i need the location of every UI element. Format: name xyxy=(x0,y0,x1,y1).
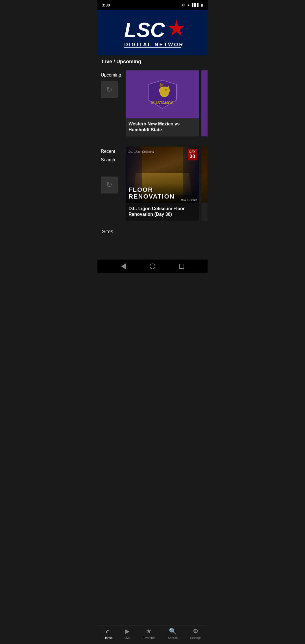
battery-icon: ▮ xyxy=(201,3,203,7)
western-new-mexico-title: Western New Mexico vs Humboldt State xyxy=(126,118,199,136)
sites-section: Sites xyxy=(97,224,208,237)
recents-square-icon xyxy=(179,264,184,269)
dl-ligon-card[interactable]: D.L. Ligon Coliseum FLOOR RENOVATION DAY… xyxy=(126,147,199,221)
status-icons: ⚙ ▲ ▋▋▋ ▮ xyxy=(182,3,203,7)
day-badge: DAY 30 xyxy=(188,149,197,160)
status-time: 3:00 xyxy=(102,3,110,7)
recent-refresh-btn[interactable]: ↻ xyxy=(101,177,118,193)
recent-section: Recent Search ↻ xyxy=(97,144,208,225)
upcoming-section: Upcoming ↻ xyxy=(97,68,208,140)
refresh-icon-2: ↻ xyxy=(106,180,112,189)
svg-point-8 xyxy=(165,89,167,90)
coliseum-text: D.L. Ligon Coliseum xyxy=(128,149,154,154)
lsc-logo: LSC DIGITAL NETWORK xyxy=(121,16,184,50)
recent-section-content: Recent Search ↻ xyxy=(97,147,208,221)
search-label-2: Search xyxy=(101,157,126,162)
mustangs-image: MUSTANGS xyxy=(126,70,199,118)
recents-button[interactable] xyxy=(178,263,185,270)
logo-container: LSC DIGITAL NETWORK xyxy=(121,16,184,50)
wifi-icon: ▲ xyxy=(187,3,190,7)
partial-card[interactable] xyxy=(201,70,208,136)
upcoming-cards: MUSTANGS Western New Mexico vs Humboldt … xyxy=(126,70,208,136)
svg-text:MUSTANGS: MUSTANGS xyxy=(151,101,173,105)
spacer-1 xyxy=(97,140,208,144)
content-area: Upcoming ↻ xyxy=(97,68,208,260)
western-new-mexico-card[interactable]: MUSTANGS Western New Mexico vs Humboldt … xyxy=(126,70,199,136)
back-arrow-icon xyxy=(121,264,126,269)
status-bar: 3:00 ⚙ ▲ ▋▋▋ ▮ xyxy=(97,0,208,10)
sites-label: Sites xyxy=(102,229,113,234)
refresh-icon: ↻ xyxy=(106,85,112,94)
back-button[interactable] xyxy=(120,263,127,270)
partial-arena-image xyxy=(201,147,208,203)
partial-card-2[interactable] xyxy=(201,147,208,221)
recent-left-col: Recent Search ↻ xyxy=(97,147,126,221)
upcoming-label: Upcoming xyxy=(101,73,126,78)
svg-marker-1 xyxy=(168,20,184,36)
arena-image: D.L. Ligon Coliseum FLOOR RENOVATION DAY… xyxy=(126,147,199,203)
system-nav xyxy=(97,260,208,273)
mustangs-logo: MUSTANGS xyxy=(145,79,179,110)
app-header: LSC DIGITAL NETWORK xyxy=(97,10,208,55)
settings-icon: ⚙ xyxy=(182,3,185,7)
home-button[interactable] xyxy=(149,263,156,270)
upcoming-left-col: Upcoming ↻ xyxy=(97,70,126,136)
svg-text:DIGITAL NETWORK: DIGITAL NETWORK xyxy=(124,42,184,47)
date-text: MAY 31, 2022 xyxy=(181,197,197,202)
svg-point-6 xyxy=(160,90,169,97)
recent-cards: D.L. Ligon Coliseum FLOOR RENOVATION DAY… xyxy=(126,147,208,221)
svg-text:LSC: LSC xyxy=(124,19,165,41)
dl-ligon-title: D.L. Ligon Coliseum Floor Renovation (Da… xyxy=(126,203,199,221)
home-circle-icon xyxy=(150,264,155,269)
recent-label: Recent xyxy=(101,149,126,154)
upcoming-refresh-btn[interactable]: ↻ xyxy=(101,81,118,98)
signal-icon: ▋▋▋ xyxy=(192,3,199,7)
breadcrumb: Live / Upcoming xyxy=(97,55,208,68)
upcoming-section-content: Upcoming ↻ xyxy=(97,70,208,136)
